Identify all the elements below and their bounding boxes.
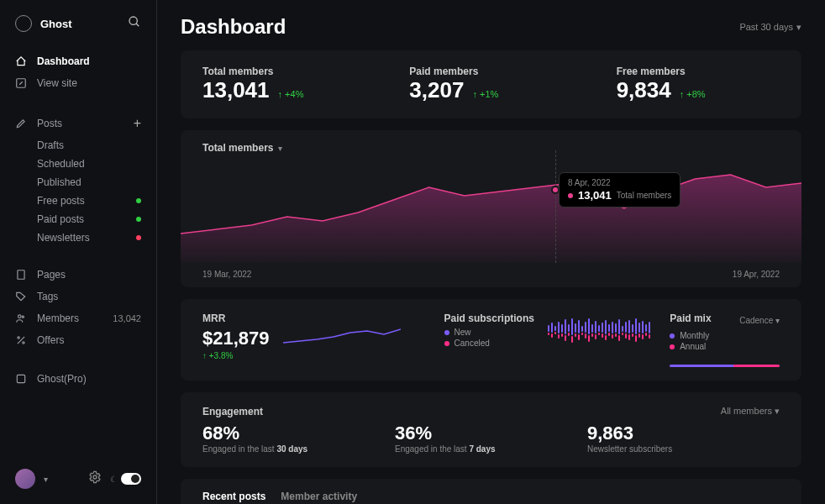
page-title: Dashboard (181, 15, 286, 39)
svg-rect-3 (18, 270, 24, 280)
svg-point-8 (23, 342, 24, 344)
search-icon[interactable] (128, 15, 141, 32)
nav-paid-posts[interactable]: Paid posts (0, 210, 156, 228)
brand-row: Ghost (0, 15, 156, 42)
percent-icon (15, 334, 27, 346)
metric-total: Total members 13,041↑ +4% (181, 66, 387, 103)
nav-secondary: Pages Tags Members 13,042 Offers (0, 255, 156, 360)
home-icon (15, 55, 27, 67)
nav-published[interactable]: Published (0, 173, 156, 192)
nav-view-site[interactable]: View site (0, 72, 156, 94)
brand-icon (15, 15, 32, 32)
add-post-icon[interactable]: + (134, 116, 141, 131)
members-count: 13,042 (113, 313, 141, 323)
metrics-card: Total members 13,041↑ +4% Paid members 3… (181, 50, 801, 118)
nav-primary: Dashboard View site (0, 42, 156, 102)
toggle-switch (121, 473, 141, 485)
theme-toggle[interactable]: ☾ (110, 473, 141, 485)
user-avatar[interactable] (15, 469, 35, 489)
dot-icon (670, 344, 675, 349)
svg-rect-9 (17, 375, 24, 382)
svg-point-4 (18, 315, 22, 318)
engagement-7d: 36% Engaged in the last 7 days (395, 423, 587, 454)
dot-icon (136, 198, 141, 203)
nav-members[interactable]: Members 13,042 (0, 307, 156, 329)
subscriptions-block: Paid subscriptions New Canceled (423, 299, 649, 381)
chevron-down-icon[interactable]: ▾ (278, 144, 282, 153)
chart-start-date: 19 Mar, 2022 (202, 270, 251, 279)
brand[interactable]: Ghost (15, 15, 72, 32)
nav-view-site-label: View site (37, 77, 77, 89)
cadence-selector[interactable]: Cadence ▾ (739, 316, 780, 325)
chevron-down-icon: ▾ (796, 22, 801, 33)
metric-paid: Paid members 3,207↑ +1% (387, 66, 594, 103)
engagement-30d: 68% Engaged in the last 30 days (202, 423, 395, 454)
nav-drafts[interactable]: Drafts (0, 136, 156, 155)
subscriptions-bars (548, 318, 650, 343)
nav-posts-label: Posts (37, 118, 62, 129)
tab-member-activity[interactable]: Member activity (281, 491, 357, 502)
all-members-selector[interactable]: All members ▾ (721, 406, 780, 423)
mrr-sparkline (283, 324, 401, 349)
nav-dashboard[interactable]: Dashboard (0, 50, 156, 72)
members-icon (15, 312, 27, 324)
dot-icon (444, 330, 449, 335)
svg-point-10 (93, 475, 97, 479)
chart-end-date: 19 Apr, 2022 (733, 270, 780, 279)
svg-point-0 (129, 17, 137, 24)
sidebar-footer: ▾ ☾ (0, 469, 156, 489)
svg-line-6 (18, 337, 24, 344)
mrr-delta: ↑ +3.8% (202, 351, 270, 360)
pencil-icon (15, 118, 27, 129)
members-chart-card: Total members ▾ 8 Apr, 2022 13,041Total … (181, 130, 801, 287)
nav-posts-group: Posts + Drafts Scheduled Published Free … (0, 102, 156, 255)
settings-icon[interactable] (88, 470, 102, 487)
nav-posts[interactable]: Posts + (0, 111, 156, 136)
dot-icon (444, 341, 449, 346)
nav-ghost-pro[interactable]: Ghost(Pro) (0, 368, 156, 390)
main-content: Dashboard Past 30 days ▾ Total members 1… (157, 0, 825, 504)
members-chart[interactable]: 8 Apr, 2022 13,041Total members (181, 154, 801, 263)
delta-up: ↑ +8% (680, 89, 706, 99)
cube-icon (15, 373, 27, 385)
tab-recent-posts[interactable]: Recent posts (202, 491, 265, 502)
nav-scheduled[interactable]: Scheduled (0, 155, 156, 173)
sidebar: Ghost Dashboard View site Posts + Drafts… (0, 0, 157, 504)
dot-icon (670, 333, 675, 339)
page-icon (15, 269, 27, 281)
nav-dashboard-label: Dashboard (37, 55, 90, 67)
recent-posts-card: Recent posts Member activity TITLE SENDS… (181, 479, 801, 504)
svg-point-5 (22, 316, 24, 318)
date-range-selector[interactable]: Past 30 days ▾ (739, 22, 801, 33)
delta-up: ↑ +1% (472, 89, 498, 99)
chart-title: Total members (202, 142, 273, 154)
dot-icon (136, 235, 141, 240)
dot-icon (568, 193, 573, 198)
chevron-down-icon[interactable]: ▾ (44, 475, 48, 484)
nav-tags[interactable]: Tags (0, 286, 156, 307)
paid-mix-block: Paid mix Cadence ▾ Monthly Annual (648, 299, 801, 381)
moon-icon: ☾ (110, 475, 118, 484)
mini-metrics-card: MRR $21,879 ↑ +3.8% Paid subscriptions N… (181, 299, 801, 381)
nav-free-posts[interactable]: Free posts (0, 192, 156, 210)
external-icon (15, 77, 27, 89)
posts-tabs: Recent posts Member activity (202, 491, 780, 502)
svg-line-1 (136, 24, 139, 26)
svg-point-7 (18, 337, 19, 339)
brand-name: Ghost (40, 18, 72, 30)
nav-ghost-pro-group: Ghost(Pro) (0, 360, 156, 398)
chart-crosshair (555, 150, 556, 263)
nav-offers[interactable]: Offers (0, 329, 156, 351)
nav-newsletters[interactable]: Newsletters (0, 228, 156, 247)
tag-icon (15, 291, 27, 302)
paid-mix-bar (670, 365, 780, 367)
delta-up: ↑ +4% (278, 89, 304, 99)
nav-pages[interactable]: Pages (0, 264, 156, 286)
chart-tooltip: 8 Apr, 2022 13,041Total members (559, 172, 680, 207)
mrr-block: MRR $21,879 ↑ +3.8% (181, 299, 423, 381)
newsletter-subs: 9,863 Newsletter subscribers (587, 423, 780, 454)
engagement-card: Engagement All members ▾ 68% Engaged in … (181, 392, 801, 467)
metric-free: Free members 9,834↑ +8% (595, 66, 801, 103)
dot-icon (136, 217, 141, 222)
page-header: Dashboard Past 30 days ▾ (181, 15, 801, 39)
